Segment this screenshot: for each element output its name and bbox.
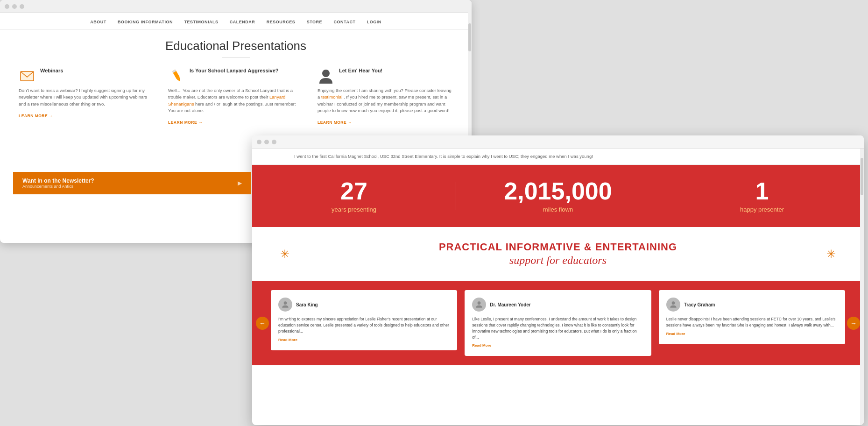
testimonial-3-read-more[interactable]: Read More	[666, 331, 838, 337]
stat-miles-number: 2,015,000	[456, 179, 660, 203]
front-dot-2	[264, 140, 269, 144]
card-lanyard-header: Is Your School Lanyard Aggressive?	[168, 67, 303, 84]
stat-miles-label: miles flown	[456, 206, 660, 213]
card-testimonial-header: Let Em' Hear You!	[318, 67, 453, 84]
stat-years-number: 27	[252, 179, 456, 203]
testimonials-prev-button[interactable]: ←	[256, 317, 269, 330]
svg-point-5	[284, 302, 287, 305]
tagline-content: PRACTICAL INFORMATIVE & ENTERTAINING sup…	[299, 241, 817, 267]
tagline-main-text: PRACTICAL INFORMATIVE & ENTERTAINING	[299, 241, 817, 253]
cards-row: Webinars Don't want to miss a webinar? I…	[19, 67, 453, 126]
testimonial-1-read-more[interactable]: Read More	[278, 337, 450, 343]
newsletter-subtitle: Announcements and Antics	[22, 184, 94, 189]
newsletter-banner[interactable]: Want in on the Newsletter? Announcements…	[13, 172, 251, 194]
front-dot-3	[272, 140, 276, 144]
page-title: Educational Presentations	[19, 39, 453, 53]
front-scrollbar-thumb	[861, 158, 863, 195]
browser-toolbar-back	[0, 0, 472, 13]
testimonial-2-avatar	[472, 298, 486, 312]
stats-section: 27 years presenting 2,015,000 miles flow…	[252, 165, 864, 227]
avatar-2-icon	[474, 300, 484, 309]
card1-title: Webinars	[40, 67, 63, 75]
card3-title: Let Em' Hear You!	[339, 67, 382, 75]
nav-about[interactable]: ABOUT	[90, 20, 106, 24]
tagline-section: ✳ PRACTICAL INFORMATIVE & ENTERTAINING s…	[252, 227, 864, 281]
browser-dot-2	[12, 4, 17, 9]
svg-point-4	[322, 70, 330, 77]
testimonial-3-avatar	[666, 298, 680, 312]
card3-text: Enjoying the content I am sharing with y…	[318, 87, 453, 114]
stat-miles: 2,015,000 miles flown	[456, 179, 660, 213]
svg-point-7	[671, 302, 675, 305]
testimonial-1-name: Sara King	[296, 301, 318, 308]
card1-text: Don't want to miss a webinar? I highly s…	[19, 87, 154, 107]
card-webinars-header: Webinars	[19, 67, 154, 84]
card-testimonial: Let Em' Hear You! Enjoying the content I…	[318, 67, 453, 126]
card2-learn-more[interactable]: LEARN MORE →	[168, 120, 303, 126]
back-main-content: Educational Presentations Webinars Don't…	[0, 29, 472, 135]
front-main-content: I went to the first California Magnet Sc…	[252, 149, 864, 425]
testimonial-1-text: I'm writing to express my sincere apprec…	[278, 316, 450, 334]
nav-resources[interactable]: RESOURCES	[267, 20, 296, 24]
svg-point-6	[478, 302, 481, 305]
tagline-sub-text: support for educators	[299, 254, 817, 267]
nav-contact[interactable]: CONTACT	[334, 20, 356, 24]
stat-presenter: 1 happy presenter	[660, 179, 864, 213]
testimonial-3-name: Tracy Graham	[684, 301, 715, 308]
card-lanyard: Is Your School Lanyard Aggressive? Well.…	[168, 67, 303, 126]
testimonial-2-name: Dr. Maureen Yoder	[490, 301, 530, 308]
testimonial-1-avatar	[278, 298, 292, 312]
browser-dot-3	[20, 4, 24, 9]
newsletter-content: Want in on the Newsletter? Announcements…	[22, 178, 94, 189]
testimonials-section: ← Sara King I'm writing to express my si…	[252, 281, 864, 365]
person-icon	[318, 67, 334, 84]
newsletter-arrow-icon: ▶	[238, 180, 242, 186]
nav-bar: ABOUT BOOKING INFORMATION TESTIMONIALS C…	[0, 13, 472, 29]
intro-text: I went to the first California Magnet Sc…	[294, 153, 822, 160]
stat-presenter-label: happy presenter	[660, 206, 864, 213]
avatar-1-icon	[281, 300, 290, 309]
front-scrollbar	[860, 149, 864, 425]
testimonial-3-header: Tracy Graham	[666, 298, 838, 312]
testimonial-3-text: Leslie never disappoints! I have been at…	[666, 316, 838, 328]
front-dot-1	[257, 140, 261, 144]
scrollbar-thumb	[468, 23, 471, 51]
card-webinars: Webinars Don't want to miss a webinar? I…	[19, 67, 154, 126]
avatar-3-icon	[669, 300, 678, 309]
testimonial-card-1: Sara King I'm writing to express my sinc…	[271, 290, 457, 350]
envelope-icon	[19, 67, 35, 84]
nav-store[interactable]: STORE	[307, 20, 322, 24]
stat-presenter-number: 1	[660, 179, 864, 203]
browser-toolbar-front	[252, 135, 864, 149]
testimonial-link[interactable]: testimonial	[321, 94, 342, 99]
stat-years: 27 years presenting	[252, 179, 456, 213]
card2-title: Is Your School Lanyard Aggressive?	[190, 67, 279, 75]
nav-testimonials[interactable]: TESTIMONIALS	[184, 20, 218, 24]
testimonial-1-header: Sara King	[278, 298, 450, 312]
lanyard-link[interactable]: Lanyard Shenanigans	[168, 94, 285, 106]
intro-section: I went to the first California Magnet Sc…	[252, 149, 864, 165]
stat-years-label: years presenting	[252, 206, 456, 213]
card1-learn-more[interactable]: LEARN MORE →	[19, 113, 154, 119]
testimonial-2-header: Dr. Maureen Yoder	[472, 298, 643, 312]
card3-learn-more[interactable]: LEARN MORE →	[318, 120, 453, 126]
nav-calendar[interactable]: CALENDAR	[230, 20, 255, 24]
nav-booking[interactable]: BOOKING INFORMATION	[118, 20, 173, 24]
testimonial-2-read-more[interactable]: Read More	[472, 343, 643, 348]
testimonials-next-button[interactable]: →	[847, 317, 860, 330]
sparkle-left-icon: ✳	[280, 248, 289, 261]
newsletter-title: Want in on the Newsletter?	[22, 178, 94, 184]
sparkle-right-icon: ✳	[826, 248, 836, 261]
nav-login[interactable]: LOGIN	[367, 20, 381, 24]
card2-text: Well.... You are not the only owner of a…	[168, 87, 303, 114]
pencil-icon	[168, 67, 185, 84]
testimonial-2-text: Like Leslie, I present at many conferenc…	[472, 316, 643, 340]
browser-dot-1	[5, 4, 9, 9]
testimonial-card-3: Tracy Graham Leslie never disappoints! I…	[659, 290, 845, 344]
title-divider	[222, 57, 250, 57]
testimonial-card-2: Dr. Maureen Yoder Like Leslie, I present…	[465, 290, 651, 356]
browser-window-front: I went to the first California Magnet Sc…	[252, 135, 864, 425]
